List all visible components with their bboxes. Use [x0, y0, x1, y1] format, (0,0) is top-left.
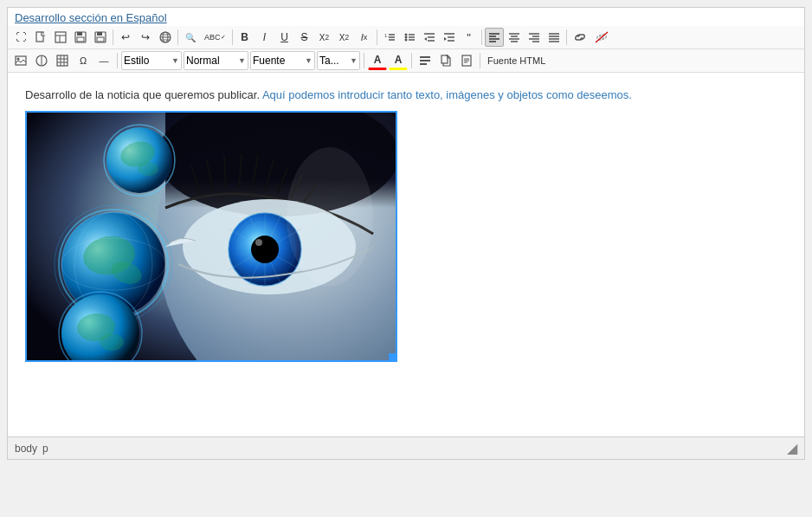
- statusbar-body: body: [15, 443, 37, 455]
- sep5: [481, 29, 482, 45]
- size-select-wrapper: Ta... 8 10 12 14 18 ▼: [317, 51, 360, 70]
- format-select-wrapper: Normal Párrafo Cabecera 1 Cabecera 2 Pre…: [184, 51, 248, 70]
- toolbar-row-2: Ω — Estilo Párrafo ▼ Normal Párrafo Cabe…: [8, 49, 804, 73]
- size-select[interactable]: Ta... 8 10 12 14 18: [317, 51, 360, 70]
- svg-rect-62: [420, 63, 427, 65]
- increase-indent-button[interactable]: [440, 28, 459, 47]
- editor-content[interactable]: Desarrollo de la noticia que queremos pu…: [8, 73, 804, 436]
- svg-rect-5: [77, 32, 82, 36]
- svg-rect-60: [420, 56, 430, 58]
- insert-special-button[interactable]: Ω: [74, 51, 93, 70]
- decrease-indent-button[interactable]: [420, 28, 439, 47]
- align-right-button[interactable]: [525, 28, 544, 47]
- svg-point-22: [404, 39, 407, 42]
- sep7: [117, 53, 118, 68]
- insert-flash-button[interactable]: [32, 51, 51, 70]
- svg-point-20: [404, 34, 407, 36]
- svg-rect-55: [57, 55, 68, 66]
- svg-text:+: +: [102, 31, 105, 36]
- globe-button[interactable]: [156, 28, 175, 47]
- sep2: [177, 29, 178, 45]
- ordered-list-button[interactable]: 1.: [380, 28, 399, 47]
- undo-button[interactable]: ↩: [116, 28, 135, 47]
- find-replace-button[interactable]: 🔍: [181, 28, 200, 47]
- horizontal-rule-button[interactable]: —: [94, 51, 113, 70]
- insert-link-button[interactable]: [570, 28, 590, 47]
- sep6: [566, 29, 567, 45]
- align-center-button[interactable]: [505, 28, 524, 47]
- insert-image-button[interactable]: [11, 51, 30, 70]
- spellcheck-button[interactable]: ABC✓: [201, 28, 229, 47]
- underline-button[interactable]: U: [275, 28, 294, 47]
- svg-marker-29: [424, 37, 427, 41]
- svg-point-113: [287, 147, 373, 286]
- editor-container: Desarrollo sección en Español ⛶ + ↩ ↪ 🔍 …: [7, 7, 805, 460]
- sep8: [364, 53, 364, 68]
- remove-link-button[interactable]: [591, 28, 612, 47]
- fullscreen-button[interactable]: ⛶: [11, 28, 30, 47]
- justify-btn[interactable]: [416, 51, 435, 70]
- insert-file-button[interactable]: [457, 51, 476, 70]
- subscript-button[interactable]: X2: [315, 28, 334, 47]
- style-select[interactable]: Estilo Párrafo: [121, 51, 182, 70]
- font-color-button[interactable]: A: [368, 51, 387, 70]
- editor-statusbar: body p ◢: [8, 436, 804, 459]
- svg-rect-9: [97, 37, 104, 42]
- new-doc-button[interactable]: [31, 28, 50, 47]
- font-select[interactable]: Fuente Arial Times New Roman: [250, 51, 315, 70]
- insert-table-button[interactable]: [53, 51, 72, 70]
- editor-paragraph: Desarrollo de la noticia que queremos pu…: [25, 87, 787, 104]
- superscript-button[interactable]: X2: [335, 28, 354, 47]
- sep4: [377, 29, 377, 45]
- image-resize-handle[interactable]: [389, 353, 396, 360]
- align-left-button[interactable]: [485, 28, 504, 47]
- remove-format-button[interactable]: Ix: [355, 28, 374, 47]
- align-justify-button[interactable]: [545, 28, 564, 47]
- font-select-wrapper: Fuente Arial Times New Roman ▼: [250, 51, 315, 70]
- bold-button[interactable]: B: [235, 28, 255, 47]
- save-button[interactable]: [71, 28, 90, 47]
- svg-rect-6: [77, 37, 84, 42]
- editor-title: Desarrollo sección en Español: [8, 8, 804, 26]
- unordered-list-button[interactable]: [400, 28, 419, 47]
- sep1: [113, 29, 113, 45]
- sep3: [232, 29, 233, 45]
- format-select[interactable]: Normal Párrafo Cabecera 1 Cabecera 2 Pre: [184, 51, 248, 70]
- page-break-button[interactable]: [436, 51, 455, 70]
- statusbar-tag: p: [42, 443, 48, 455]
- svg-point-52: [17, 58, 20, 61]
- strikethrough-button[interactable]: S: [295, 28, 314, 47]
- italic-button[interactable]: I: [255, 28, 274, 47]
- bg-color-button[interactable]: A: [389, 51, 408, 70]
- save-as-button[interactable]: +: [91, 28, 110, 47]
- editor-image: [25, 111, 397, 362]
- source-html-button[interactable]: Fuente HTML: [484, 51, 549, 70]
- sep9: [411, 53, 412, 68]
- svg-point-21: [404, 36, 407, 39]
- text-link: Aquí podemos introducir tanto texto, imá…: [262, 88, 632, 101]
- svg-text:1.: 1.: [384, 33, 389, 38]
- templates-button[interactable]: [51, 28, 70, 47]
- image-svg: [27, 113, 397, 362]
- blockquote-button[interactable]: ": [460, 28, 479, 47]
- svg-rect-63: [441, 55, 448, 63]
- toolbar-row-1: ⛶ + ↩ ↪ 🔍 ABC✓ B I U S X2 X2 Ix: [8, 26, 804, 49]
- svg-rect-1: [55, 32, 66, 42]
- svg-marker-33: [444, 37, 447, 41]
- style-select-wrapper: Estilo Párrafo ▼: [121, 51, 182, 70]
- svg-rect-61: [420, 60, 430, 61]
- redo-button[interactable]: ↪: [136, 28, 155, 47]
- title-text: Desarrollo sección en Español: [15, 11, 167, 24]
- text-normal: Desarrollo de la noticia que queremos pu…: [25, 88, 262, 101]
- sep10: [480, 53, 480, 68]
- statusbar-resize[interactable]: ◢: [787, 440, 797, 456]
